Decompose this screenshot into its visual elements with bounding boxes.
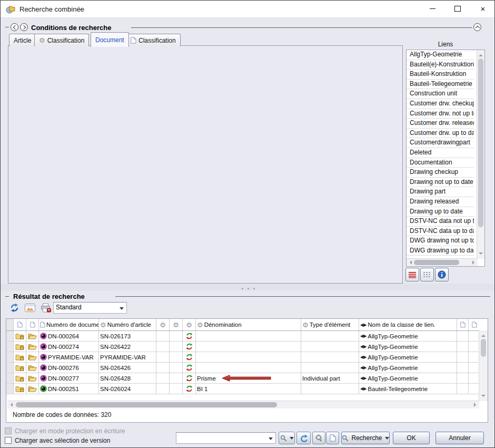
- liens-item[interactable]: DSTV-NC data up to date: [407, 227, 474, 237]
- scrollbar-thumb[interactable]: [414, 260, 459, 265]
- table-vertical-scrollbar[interactable]: [479, 330, 488, 401]
- ok-button[interactable]: OK: [393, 432, 430, 444]
- table-row[interactable]: DN-000274 SN-026422 ◀▶AllgTyp-Geometrie: [6, 342, 488, 352]
- table-row[interactable]: DN-000264 SN-026173 ◀▶AllgTyp-Geometrie: [6, 331, 488, 342]
- settings-export-button[interactable]: [312, 432, 325, 444]
- table-row[interactable]: DN-000276 SN-026426 ◀▶AllgTyp-Geometrie: [6, 363, 488, 373]
- liens-item[interactable]: Drawing released: [407, 197, 474, 207]
- liens-item[interactable]: Bauteil-Konstruktion: [407, 70, 474, 80]
- column-header-doc-number[interactable]: Numéro de document: [39, 319, 99, 330]
- ok-button-label: OK: [407, 434, 415, 442]
- folder-lock-icon[interactable]: [15, 375, 24, 382]
- scrollbar-thumb[interactable]: [478, 59, 483, 227]
- row-selector[interactable]: [6, 352, 14, 362]
- liens-vertical-scrollbar[interactable]: [477, 50, 484, 259]
- scrollbar-thumb[interactable]: [481, 339, 486, 357]
- collapse-button[interactable]: [473, 23, 481, 31]
- list-view-button[interactable]: [405, 268, 419, 281]
- liens-item[interactable]: Deleted: [407, 148, 474, 158]
- liens-item[interactable]: DWG drawing not up to date: [407, 236, 474, 246]
- liens-item[interactable]: Bauteil-Teilegeometrie: [407, 80, 474, 90]
- tab-document[interactable]: Document: [91, 32, 129, 47]
- chevron-up-icon: [475, 25, 479, 30]
- row-selector[interactable]: [6, 384, 14, 394]
- row-selector[interactable]: [6, 331, 14, 341]
- saved-search-combo[interactable]: [176, 432, 276, 444]
- column-header-extra-2[interactable]: [469, 319, 480, 330]
- liens-item[interactable]: Documentation: [407, 158, 474, 168]
- column-header-attr-3[interactable]: ⚙: [183, 319, 196, 330]
- window-title: Recherche combinée: [19, 5, 84, 13]
- liens-horizontal-scrollbar[interactable]: [407, 258, 478, 266]
- save-search-button[interactable]: [279, 432, 295, 444]
- table-row[interactable]: DN-000277 SN-026428 Prisme Individual pa…: [6, 373, 488, 384]
- search-button[interactable]: Recherche: [341, 432, 390, 444]
- column-header-element-type[interactable]: ⚙Type d'élément: [301, 319, 359, 330]
- maximize-button[interactable]: [447, 1, 468, 16]
- folder-open-icon[interactable]: [28, 354, 37, 361]
- folder-lock-icon[interactable]: [15, 385, 24, 392]
- next-tab-button[interactable]: [20, 23, 28, 31]
- splitter-handle[interactable]: [1, 284, 495, 291]
- column-header-lock[interactable]: [14, 319, 26, 330]
- tab-classification-1[interactable]: ⚙ Classification: [34, 34, 89, 46]
- tab-classification-2[interactable]: Classification: [126, 34, 181, 46]
- cancel-button[interactable]: Annuler: [435, 432, 484, 444]
- refresh-results-button[interactable]: [8, 302, 21, 314]
- liens-item[interactable]: Customer drw. not up to date: [407, 109, 474, 119]
- gear-arrow-icon: [315, 434, 323, 442]
- liens-item[interactable]: DSTV-NC data not up to date: [407, 217, 474, 227]
- version-select-checkbox[interactable]: [5, 437, 12, 444]
- folder-open-icon[interactable]: [28, 385, 37, 392]
- print-results-button[interactable]: [39, 302, 52, 314]
- folder-lock-icon[interactable]: [15, 354, 24, 361]
- column-header-folder[interactable]: [26, 319, 39, 330]
- liens-item[interactable]: Drawing up to date: [407, 207, 474, 217]
- folder-open-icon[interactable]: [28, 364, 37, 371]
- column-header-link-class[interactable]: ◀▶Nom de la classe de lien.: [359, 319, 457, 330]
- folder-lock-icon[interactable]: [15, 333, 24, 339]
- liens-item[interactable]: Customer drw. released: [407, 119, 474, 129]
- liens-item[interactable]: Construction unit: [407, 89, 474, 99]
- liens-item[interactable]: Customer drw. checkup: [407, 99, 474, 109]
- info-button[interactable]: [435, 268, 449, 281]
- table-row[interactable]: PYRAMIDE-VAR PYRAMIDE-VAR ◀▶AllgTyp-Geom…: [6, 352, 488, 363]
- liens-item[interactable]: Bauteil(e)-Konstruktion: [407, 60, 474, 70]
- result-filter-combo[interactable]: Standard: [53, 302, 127, 314]
- table-row[interactable]: DN-000251 SN-026024 BI 1 ◀▶Bauteil-Teile…: [6, 384, 488, 394]
- column-header-attr-1[interactable]: ⚙: [156, 319, 170, 330]
- row-selector[interactable]: [6, 363, 14, 373]
- folder-lock-icon[interactable]: [15, 343, 24, 350]
- folder-open-icon[interactable]: [28, 333, 37, 339]
- result-view-button[interactable]: [24, 302, 36, 314]
- table-horizontal-scrollbar[interactable]: [7, 401, 479, 408]
- folder-open-icon[interactable]: [28, 375, 37, 382]
- grid-view-button[interactable]: [420, 268, 434, 281]
- liens-item[interactable]: AllgTyp-Geometrie: [407, 50, 474, 60]
- close-button[interactable]: ×: [472, 1, 493, 16]
- liens-item[interactable]: Drawing checkup: [407, 168, 474, 178]
- liens-item[interactable]: DWG drawing up to date: [407, 246, 474, 256]
- folder-open-icon[interactable]: [28, 343, 37, 350]
- liens-item[interactable]: Drawing part: [407, 187, 474, 197]
- column-header-extra-1[interactable]: [457, 319, 469, 330]
- row-selector[interactable]: [6, 342, 14, 352]
- liens-item[interactable]: Drawing not up to date: [407, 178, 474, 188]
- row-selector[interactable]: [6, 373, 14, 383]
- minimize-button[interactable]: [422, 1, 443, 16]
- prev-tab-button[interactable]: [11, 23, 18, 31]
- scrollbar-thumb[interactable]: [16, 402, 277, 407]
- doc-number-cell: DN-000274: [48, 344, 79, 350]
- liens-item[interactable]: Customerdrawingpart: [407, 138, 474, 148]
- column-header-article-number[interactable]: ⚙Numéro d'article: [99, 319, 156, 330]
- tab-article[interactable]: Article: [9, 34, 36, 46]
- column-header-attr-2[interactable]: ⚙: [170, 319, 183, 330]
- column-header-denomination[interactable]: ⚙Dénomination: [196, 319, 301, 330]
- document-export-button[interactable]: [326, 432, 339, 444]
- reload-button[interactable]: [296, 432, 311, 444]
- chevron-left-icon: [13, 25, 17, 29]
- link-pair-icon: ◀▶: [360, 344, 367, 349]
- folder-lock-icon[interactable]: [15, 364, 24, 371]
- liens-item[interactable]: Customer drw. up to date: [407, 129, 474, 139]
- column-header-label: Dénomination: [204, 322, 242, 328]
